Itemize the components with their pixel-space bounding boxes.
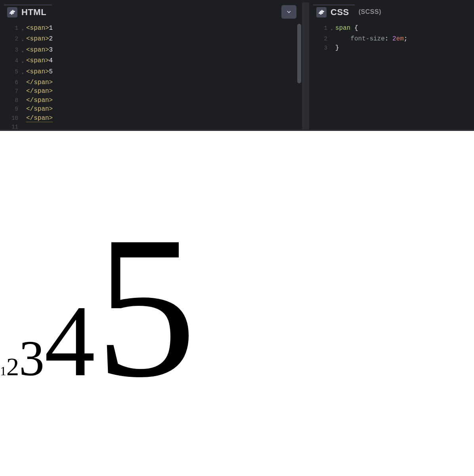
output-preview: 12345: [0, 131, 474, 476]
code-text: <span>4: [26, 56, 302, 65]
fold-caret-icon[interactable]: ▾: [331, 24, 335, 35]
scrollbar-thumb[interactable]: [297, 24, 301, 83]
fold-caret-icon: [21, 105, 26, 107]
line-number: 6: [0, 78, 21, 87]
output-content: 12345: [0, 190, 197, 424]
fold-caret-icon: [21, 114, 26, 116]
line-number: 5: [0, 67, 21, 76]
code-text: }: [335, 44, 474, 52]
output-span: 2345: [6, 353, 197, 381]
code-text: </span>: [26, 78, 302, 87]
fold-caret-icon: [331, 44, 335, 46]
output-span: 5: [95, 194, 197, 419]
line-number: 3: [0, 46, 21, 54]
css-pane-header: CSS (SCSS): [309, 2, 474, 21]
line-number: 1: [0, 24, 21, 33]
fold-caret-icon[interactable]: ▾: [21, 35, 26, 45]
code-text: <span>1: [26, 24, 302, 33]
gear-icon[interactable]: [316, 7, 327, 17]
output-span: 45: [44, 285, 197, 397]
code-line[interactable]: 2 font-size: 2em;: [309, 35, 474, 43]
code-text: </span>: [26, 87, 302, 96]
code-text: <span>2: [26, 35, 302, 43]
fold-caret-icon[interactable]: ▾: [21, 46, 26, 56]
line-number: 7: [0, 87, 21, 96]
fold-caret-icon[interactable]: ▾: [21, 56, 26, 67]
code-line[interactable]: 11: [0, 123, 302, 129]
html-title-label: HTML: [21, 7, 46, 17]
code-line[interactable]: 1▾<span>1: [0, 24, 302, 35]
line-number: 10: [0, 114, 21, 123]
fold-caret-icon[interactable]: ▾: [21, 67, 26, 78]
code-text: </span>: [26, 114, 302, 123]
line-number: 3: [309, 44, 331, 52]
code-line[interactable]: 4▾<span>4: [0, 56, 302, 67]
code-text: </span>: [26, 96, 302, 105]
code-line[interactable]: 1▾span {: [309, 24, 474, 35]
line-number: 2: [309, 35, 331, 43]
line-number: 11: [0, 123, 21, 129]
code-text: <span>3: [26, 46, 302, 54]
fold-caret-icon: [21, 123, 26, 125]
html-code-area[interactable]: 1▾<span>12▾<span>23▾<span>34▾<span>45▾<s…: [0, 21, 302, 129]
css-subtitle-label: (SCSS): [359, 8, 381, 15]
html-pane-header: HTML: [0, 2, 302, 21]
code-line[interactable]: 3}: [309, 44, 474, 52]
codepen-app: HTML 1▾<span>12▾<span>23▾<span>34▾<span>…: [0, 0, 474, 476]
css-title-chip[interactable]: CSS: [313, 4, 355, 20]
code-line[interactable]: 10</span>: [0, 114, 302, 123]
line-number: 2: [0, 35, 21, 43]
css-editor-pane: CSS (SCSS) 1▾span {2 font-size: 2em;3}: [309, 2, 474, 129]
fold-caret-icon[interactable]: ▾: [21, 24, 26, 35]
output-span: 345: [19, 330, 197, 386]
html-editor-pane: HTML 1▾<span>12▾<span>23▾<span>34▾<span>…: [0, 2, 309, 129]
code-text: <span>5: [26, 67, 302, 76]
gear-icon[interactable]: [7, 7, 17, 17]
line-number: 8: [0, 96, 21, 105]
line-number: 9: [0, 105, 21, 113]
code-line[interactable]: 2▾<span>2: [0, 35, 302, 45]
html-title-chip[interactable]: HTML: [4, 4, 52, 20]
output-span: 12345: [0, 364, 197, 378]
code-line[interactable]: 9</span>: [0, 105, 302, 113]
code-line[interactable]: 6</span>: [0, 78, 302, 87]
fold-caret-icon: [21, 96, 26, 98]
line-number: 1: [309, 24, 331, 33]
css-code-area[interactable]: 1▾span {2 font-size: 2em;3}: [309, 21, 474, 129]
code-line[interactable]: 8</span>: [0, 96, 302, 105]
editors-row: HTML 1▾<span>12▾<span>23▾<span>34▾<span>…: [0, 0, 474, 131]
css-title-label: CSS: [331, 7, 349, 17]
code-line[interactable]: 3▾<span>3: [0, 46, 302, 56]
fold-caret-icon: [21, 87, 26, 89]
code-text: span {: [335, 24, 474, 33]
code-line[interactable]: 5▾<span>5: [0, 67, 302, 78]
code-text: font-size: 2em;: [335, 35, 474, 43]
line-number: 4: [0, 56, 21, 65]
code-line[interactable]: 7</span>: [0, 87, 302, 96]
fold-caret-icon: [21, 78, 26, 80]
chevron-down-icon[interactable]: [281, 5, 296, 19]
fold-caret-icon: [331, 35, 335, 36]
code-text: </span>: [26, 105, 302, 113]
